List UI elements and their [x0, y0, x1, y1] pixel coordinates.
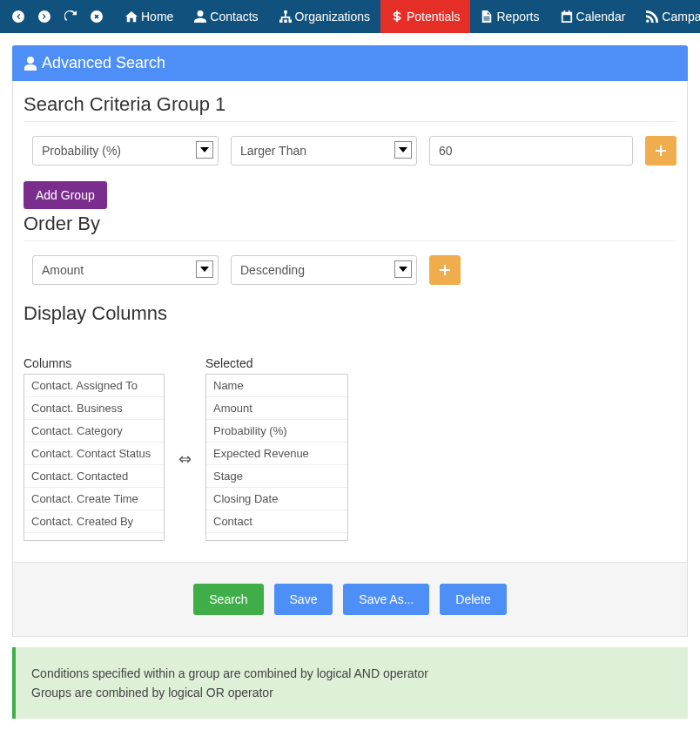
list-item[interactable]: Amount	[206, 397, 347, 420]
list-item[interactable]: Assigned To	[206, 533, 347, 540]
dollar-icon	[391, 10, 403, 23]
criteria-group-title: Search Criteria Group 1	[24, 93, 676, 122]
delete-button[interactable]: Delete	[440, 584, 506, 615]
add-group-row: Add Group	[24, 181, 676, 209]
list-item[interactable]: Contact. Contact Status	[24, 443, 164, 465]
list-item[interactable]: Contact. Create Time	[24, 488, 164, 510]
nav-calendar[interactable]: Calendar	[550, 0, 636, 33]
nav-home-label: Home	[141, 10, 173, 24]
footer-actions: Search Save Save As... Delete	[13, 562, 687, 636]
save-as-button[interactable]: Save As...	[343, 584, 429, 615]
nav-reports[interactable]: Reports	[470, 0, 549, 33]
save-button[interactable]: Save	[274, 584, 333, 615]
nav-campaigns-label: Campa	[662, 10, 700, 24]
add-orderby-button[interactable]	[429, 255, 461, 285]
nav-contacts-label: Contacts	[210, 10, 258, 24]
add-criteria-button[interactable]	[645, 136, 676, 166]
panel-body: Search Criteria Group 1 Probability (%) …	[12, 81, 688, 637]
rss-icon	[646, 10, 658, 23]
nav-forward-button[interactable]	[31, 0, 57, 33]
orderby-direction-wrap: Descending	[231, 255, 417, 285]
info-box: Conditions specified within a group are …	[12, 647, 688, 719]
refresh-icon	[64, 10, 77, 23]
user-icon	[194, 10, 206, 23]
nav-reports-label: Reports	[496, 10, 539, 24]
available-columns-label: Columns	[24, 356, 165, 370]
list-item[interactable]: Contact. Category	[24, 420, 164, 443]
search-criteria-section: Search Criteria Group 1 Probability (%) …	[13, 81, 687, 297]
nav-potentials-label: Potentials	[407, 10, 460, 24]
list-item[interactable]: Contact. Business	[24, 397, 164, 420]
nav-calendar-label: Calendar	[576, 10, 626, 24]
criteria-value-input[interactable]	[429, 136, 633, 166]
arrow-left-circle-icon	[12, 10, 24, 23]
list-item[interactable]: Contact. Current	[24, 533, 164, 540]
nav-refresh-button[interactable]	[57, 0, 84, 33]
criteria-operator-wrap: Larger Than	[231, 136, 417, 166]
available-columns-listbox[interactable]: Contact. Assigned To Contact. Business C…	[24, 375, 164, 540]
list-item[interactable]: Contact. Contacted	[24, 465, 164, 488]
selected-columns-listbox-wrap: Name Amount Probability (%) Expected Rev…	[205, 374, 348, 541]
nav-history-controls	[0, 0, 115, 33]
selected-columns-block: Selected Name Amount Probability (%) Exp…	[205, 356, 348, 541]
plus-icon	[656, 145, 666, 156]
info-line-1: Conditions specified within a group are …	[31, 666, 672, 680]
list-item[interactable]: Stage	[206, 465, 347, 488]
main-content: Advanced Search Search Criteria Group 1 …	[0, 33, 700, 719]
panel-title: Advanced Search	[42, 54, 165, 72]
nav-close-button[interactable]	[84, 0, 110, 33]
add-group-button[interactable]: Add Group	[24, 181, 107, 209]
selected-columns-listbox[interactable]: Name Amount Probability (%) Expected Rev…	[206, 375, 347, 540]
orderby-field-wrap: Amount	[32, 255, 219, 285]
nav-campaigns[interactable]: Campa	[636, 0, 700, 33]
display-columns-title: Display Columns	[24, 302, 676, 330]
plus-icon	[440, 265, 450, 275]
nav-organizations-label: Organizations	[295, 10, 370, 24]
list-item[interactable]: Closing Date	[206, 488, 347, 510]
home-icon	[125, 10, 138, 23]
top-navbar: Home Contacts Organizations Potentials R…	[0, 0, 700, 33]
list-item[interactable]: Contact. Assigned To	[24, 375, 164, 397]
nav-contacts[interactable]: Contacts	[184, 0, 268, 33]
criteria-field-select[interactable]: Probability (%)	[32, 136, 219, 166]
columns-area: Columns Contact. Assigned To Contact. Bu…	[13, 356, 687, 562]
orderby-field-select[interactable]: Amount	[32, 255, 219, 285]
nav-home[interactable]: Home	[115, 0, 184, 33]
swap-icon: ⇔	[178, 449, 192, 469]
panel-header: Advanced Search	[12, 45, 688, 81]
criteria-row: Probability (%) Larger Than	[24, 136, 676, 166]
nav-menu: Home Contacts Organizations Potentials R…	[115, 0, 700, 33]
calendar-icon	[561, 10, 573, 23]
available-columns-block: Columns Contact. Assigned To Contact. Bu…	[24, 356, 165, 541]
list-item[interactable]: Name	[206, 375, 347, 397]
display-columns-section: Display Columns	[13, 302, 687, 356]
sitemap-icon	[279, 10, 292, 23]
arrow-right-circle-icon	[38, 10, 50, 23]
nav-potentials[interactable]: Potentials	[380, 0, 470, 33]
nav-organizations[interactable]: Organizations	[269, 0, 380, 33]
criteria-field-wrap: Probability (%)	[32, 136, 219, 166]
selected-columns-label: Selected	[205, 356, 348, 370]
search-button[interactable]: Search	[193, 584, 263, 615]
list-item[interactable]: Contact. Created By	[24, 510, 164, 533]
info-line-2: Groups are combined by logical OR operat…	[31, 686, 672, 700]
orderby-direction-select[interactable]: Descending	[231, 255, 417, 285]
orderby-title: Order By	[24, 213, 676, 241]
user-icon	[24, 57, 37, 71]
criteria-operator-select[interactable]: Larger Than	[231, 136, 417, 166]
list-item[interactable]: Contact	[206, 510, 347, 533]
available-columns-listbox-wrap: Contact. Assigned To Contact. Business C…	[24, 374, 165, 541]
orderby-row: Amount Descending	[24, 255, 676, 285]
nav-back-button[interactable]	[5, 0, 31, 33]
close-circle-icon	[91, 10, 103, 23]
file-icon	[481, 10, 493, 23]
list-item[interactable]: Probability (%)	[206, 420, 347, 443]
list-item[interactable]: Expected Revenue	[206, 443, 347, 465]
